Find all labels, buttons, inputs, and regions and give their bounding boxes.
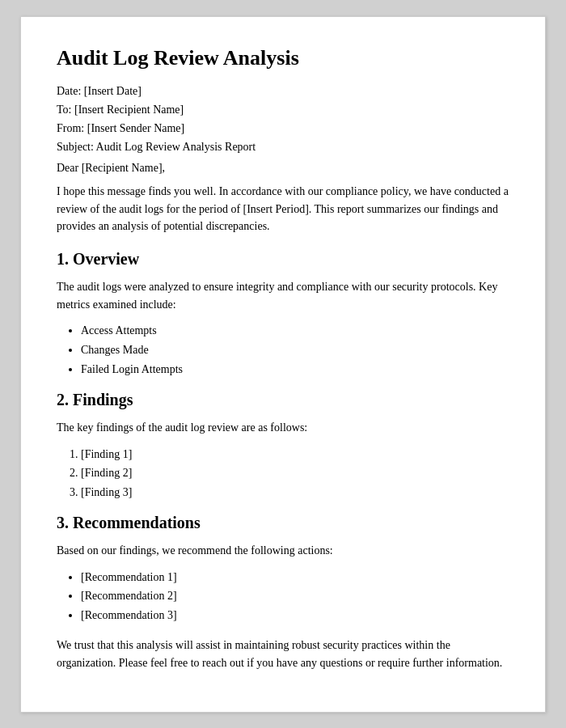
findings-numbered-list: [Finding 1] [Finding 2] [Finding 3] — [81, 445, 509, 502]
list-item: [Finding 2] — [81, 463, 509, 483]
closing-paragraph: We trust that this analysis will assist … — [57, 637, 509, 671]
from-line: From: [Insert Sender Name] — [57, 122, 509, 135]
section-findings-intro: The key findings of the audit log review… — [57, 419, 509, 437]
document-title: Audit Log Review Analysis — [57, 46, 509, 70]
intro-paragraph: I hope this message finds you well. In a… — [57, 183, 509, 235]
subject-line: Subject: Audit Log Review Analysis Repor… — [57, 141, 509, 154]
section-recommendations-heading: 3. Recommendations — [57, 514, 509, 532]
section-recommendations: 3. Recommendations Based on our findings… — [57, 514, 509, 671]
overview-bullet-list: Access Attempts Changes Made Failed Logi… — [81, 321, 509, 379]
document-container: Audit Log Review Analysis Date: [Insert … — [20, 16, 546, 713]
date-line: Date: [Insert Date] — [57, 85, 509, 98]
list-item: Changes Made — [81, 341, 509, 360]
list-item: [Recommendation 3] — [81, 606, 509, 625]
list-item: [Finding 3] — [81, 483, 509, 502]
list-item: Failed Login Attempts — [81, 360, 509, 379]
list-item: [Recommendation 2] — [81, 586, 509, 606]
to-line: To: [Insert Recipient Name] — [57, 104, 509, 116]
section-findings: 2. Findings The key findings of the audi… — [57, 391, 509, 502]
list-item: [Finding 1] — [81, 445, 509, 464]
greeting-text: Dear [Recipient Name], — [57, 162, 509, 175]
section-recommendations-intro: Based on our findings, we recommend the … — [57, 542, 509, 560]
recommendations-bullet-list: [Recommendation 1] [Recommendation 2] [R… — [81, 568, 509, 625]
list-item: [Recommendation 1] — [81, 568, 509, 587]
list-item: Access Attempts — [81, 321, 509, 341]
section-overview-intro: The audit logs were analyzed to ensure i… — [57, 278, 509, 313]
section-findings-heading: 2. Findings — [57, 391, 509, 409]
section-overview-heading: 1. Overview — [57, 250, 509, 269]
section-overview: 1. Overview The audit logs were analyzed… — [57, 250, 509, 379]
